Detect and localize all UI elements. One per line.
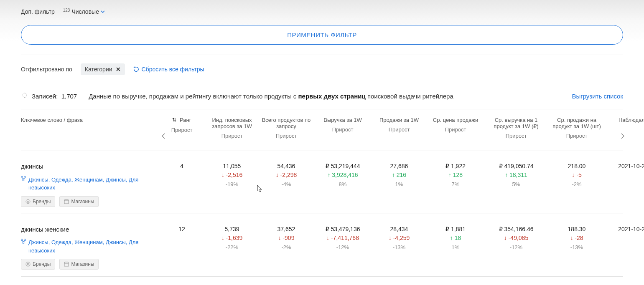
observed-cell: 2021-10-28 — [606, 162, 644, 171]
filtered-by-label: Отфильтровано по — [21, 66, 72, 73]
numeric-filter-dropdown[interactable]: 123 Числовые — [63, 8, 105, 15]
table-cell: ₽ 53,219,444 ↑ 3,928,416 8% — [313, 162, 372, 189]
rank-cell: 4 — [159, 162, 205, 171]
export-list-link[interactable]: Выгрузить список — [572, 93, 623, 100]
keyword-name[interactable]: джинсы — [21, 162, 159, 172]
table-row: джинсы женские Джинсы, Одежда, Женщинам,… — [21, 214, 623, 277]
svg-rect-13 — [64, 263, 69, 266]
table-cell: ₽ 419,050.74 ↑ 18,311 5% — [485, 162, 547, 189]
table-row: джинсы Джинсы, Одежда, Женщинам, Джинсы,… — [21, 151, 623, 214]
registered-icon: R — [25, 262, 31, 267]
brands-button[interactable]: RБренды — [21, 196, 55, 207]
rank-cell: 12 — [159, 225, 205, 234]
info-note: Данные по выручке, продажам и рейтингу в… — [89, 93, 453, 100]
col-avg-sales-product[interactable]: Ср. продажи на продукт за 1W (шт) Прирос… — [547, 117, 606, 139]
sort-icon — [172, 117, 176, 124]
table-cell: 11,055 ↓ -2,516 -19% — [205, 162, 259, 189]
numeric-badge: 123 — [63, 8, 70, 13]
observed-cell: 2021-10-28 — [606, 225, 644, 234]
col-sales[interactable]: Продажи за 1W Прирост — [372, 117, 426, 133]
svg-rect-2 — [21, 176, 23, 177]
brands-button[interactable]: RБренды — [21, 259, 55, 270]
keyword-cell: джинсы Джинсы, Одежда, Женщинам, Джинсы,… — [21, 162, 159, 207]
table-cell: 54,436 ↓ -2,298 -4% — [259, 162, 313, 189]
svg-rect-10 — [23, 242, 24, 243]
table-cell: 28,434 ↓ -4,259 -13% — [372, 225, 426, 252]
table-cell: 27,686 ↑ 216 1% — [372, 162, 426, 189]
numeric-filter-label: Числовые — [71, 8, 99, 15]
keyword-cell: джинсы женские Джинсы, Одежда, Женщинам,… — [21, 225, 159, 270]
svg-rect-1 — [24, 97, 25, 98]
stores-button[interactable]: Магазины — [59, 196, 99, 207]
records-count: Записей: 1,707 — [32, 93, 77, 100]
filter-chip-categories[interactable]: Категории ✕ — [81, 63, 125, 75]
undo-icon — [133, 66, 139, 72]
svg-rect-3 — [24, 176, 25, 177]
table-cell: ₽ 53,479,136 ↓ -7,411,768 -12% — [313, 225, 372, 252]
keyword-name[interactable]: джинсы женские — [21, 225, 159, 235]
svg-point-0 — [23, 93, 27, 97]
table-cell: 37,652 ↓ -909 -2% — [259, 225, 313, 252]
scroll-left-button[interactable] — [159, 130, 168, 143]
svg-rect-7 — [64, 201, 69, 204]
apply-filter-button[interactable]: ПРИМЕНИТЬ ФИЛЬТР — [21, 25, 623, 45]
stores-button[interactable]: Магазины — [59, 259, 99, 270]
reset-filters-label: Сбросить все фильтры — [142, 66, 204, 73]
registered-icon: R — [25, 199, 31, 204]
col-products[interactable]: Всего продуктов по запросу Прирост — [259, 117, 313, 139]
filter-chip-label: Категории — [85, 66, 112, 73]
table-cell: 5,739 ↓ -1,639 -22% — [205, 225, 259, 252]
svg-rect-8 — [21, 239, 23, 240]
col-observed[interactable]: Наблюдали — [606, 117, 644, 123]
col-index[interactable]: Инд. поисковых запросов за 1W Прирост — [205, 117, 259, 139]
scroll-right-button[interactable] — [618, 130, 627, 143]
keyword-categories[interactable]: Джинсы, Одежда, Женщинам, Джинсы, Для не… — [21, 176, 146, 192]
svg-rect-4 — [23, 179, 24, 180]
col-avg-revenue-product[interactable]: Ср. выручка на 1 продукт за 1W (₽) Приро… — [485, 117, 547, 139]
additional-filter-label: Доп. фильтр — [21, 8, 55, 15]
svg-text:R: R — [27, 200, 29, 203]
table-cell: 188.30 ↓ -28 -13% — [547, 225, 606, 252]
col-keyword[interactable]: Ключевое слово / фраза — [21, 117, 159, 123]
table-cell: ₽ 1,881 ↑ 18 1% — [426, 225, 485, 252]
reset-filters-link[interactable]: Сбросить все фильтры — [133, 66, 204, 73]
col-revenue[interactable]: Выручка за 1W Прирост — [313, 117, 372, 133]
col-avg-price[interactable]: Ср. цена продажи Прирост — [426, 117, 485, 133]
svg-text:R: R — [27, 263, 29, 266]
table-cell: 218.00 ↓ -5 -2% — [547, 162, 606, 189]
table-header: Ключевое слово / фраза Ранг Прирост Инд.… — [21, 109, 623, 151]
hierarchy-icon — [21, 238, 26, 244]
svg-rect-9 — [24, 239, 25, 240]
store-icon — [64, 199, 69, 204]
keyword-categories[interactable]: Джинсы, Одежда, Женщинам, Джинсы, Для не… — [21, 238, 146, 255]
table-cell: ₽ 1,922 ↑ 128 7% — [426, 162, 485, 189]
close-icon[interactable]: ✕ — [116, 66, 121, 73]
hierarchy-icon — [21, 176, 26, 182]
chevron-down-icon — [101, 10, 105, 13]
store-icon — [64, 262, 69, 267]
table-cell: ₽ 354,166.46 ↓ -49,085 -12% — [485, 225, 547, 252]
lightbulb-icon — [21, 92, 28, 101]
